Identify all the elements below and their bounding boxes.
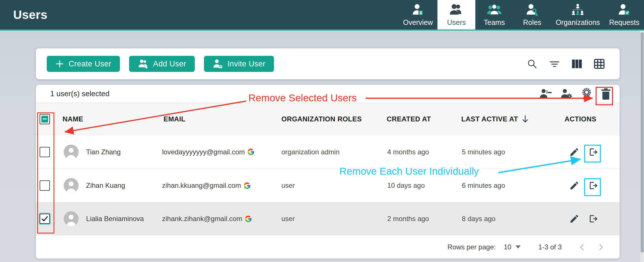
remove-user-icon[interactable] bbox=[587, 213, 598, 224]
column-header-created-at[interactable]: CREATED AT bbox=[384, 115, 459, 123]
person-key-icon bbox=[526, 3, 539, 16]
remove-user-icon[interactable] bbox=[587, 180, 598, 191]
selection-actions bbox=[539, 88, 612, 100]
table-row: Tian Zhang lovedayyyyyyy@gmail.com organ… bbox=[36, 135, 620, 169]
created-at: 10 days ago bbox=[384, 182, 459, 190]
column-header-label: LAST ACTIVE AT bbox=[461, 115, 518, 123]
user-email: zihan.kkuang@gmail.com bbox=[162, 182, 241, 190]
user-email: zihank.zihank@gmail.com bbox=[162, 215, 242, 223]
column-header-email[interactable]: EMAIL bbox=[159, 115, 280, 123]
select-all-checkbox[interactable] bbox=[40, 114, 50, 124]
edit-icon[interactable] bbox=[569, 147, 579, 157]
google-icon bbox=[244, 215, 252, 223]
tab-requests[interactable]: Requests bbox=[604, 0, 644, 29]
sort-desc-icon[interactable] bbox=[522, 115, 529, 123]
column-header-name[interactable]: NAME bbox=[54, 115, 159, 123]
column-header-actions: ACTIONS bbox=[562, 115, 620, 123]
org-role: user bbox=[280, 215, 384, 223]
filter-icon[interactable] bbox=[549, 58, 560, 69]
plus-icon bbox=[55, 60, 64, 68]
create-user-button[interactable]: Create User bbox=[47, 56, 120, 72]
tab-teams[interactable]: Teams bbox=[475, 0, 513, 29]
tab-users[interactable]: Users bbox=[437, 0, 475, 29]
last-active-at: 6 minutes ago bbox=[459, 182, 562, 190]
grid-icon[interactable] bbox=[594, 59, 605, 69]
person-add-icon bbox=[138, 59, 149, 69]
app-header: Users Overview Users Teams bbox=[0, 0, 644, 31]
edit-icon[interactable] bbox=[569, 180, 579, 191]
search-icon[interactable] bbox=[527, 58, 538, 69]
selection-bar: 1 user(s) selected bbox=[36, 85, 620, 103]
person-badge-icon bbox=[411, 3, 425, 16]
tab-label: Users bbox=[447, 18, 466, 27]
toolbar: Create User Add User Invite User bbox=[36, 48, 620, 79]
user-name: Zihan Kuang bbox=[86, 182, 125, 190]
person-settings-icon[interactable] bbox=[560, 88, 573, 100]
person-invite-icon bbox=[213, 59, 223, 69]
delete-icon[interactable] bbox=[600, 88, 612, 100]
tab-label: Roles bbox=[523, 18, 541, 27]
user-name: Tian Zhang bbox=[86, 148, 121, 156]
avatar bbox=[64, 178, 79, 193]
tab-label: Organizations bbox=[556, 18, 600, 27]
last-active-at: 8 days ago bbox=[459, 215, 562, 223]
button-label: Create User bbox=[69, 60, 111, 68]
users-table-card: 1 user(s) selected NAME bbox=[36, 85, 620, 259]
add-user-button[interactable]: Add User bbox=[129, 56, 195, 72]
scrollbar-thumb[interactable] bbox=[641, 32, 644, 253]
tab-roles[interactable]: Roles bbox=[513, 0, 551, 29]
rows-per-page-label: Rows per page: bbox=[448, 243, 496, 251]
invite-user-button[interactable]: Invite User bbox=[204, 56, 274, 72]
tab-organizations[interactable]: Organizations bbox=[551, 0, 604, 29]
selection-count-text: 1 user(s) selected bbox=[50, 89, 110, 98]
page: Users Overview Users Teams bbox=[0, 0, 644, 262]
person-remove-icon[interactable] bbox=[539, 88, 552, 100]
column-header-last-active[interactable]: LAST ACTIVE AT bbox=[459, 115, 562, 123]
remove-user-icon[interactable] bbox=[587, 147, 598, 157]
chevron-down-icon bbox=[515, 245, 521, 249]
person-check-icon bbox=[618, 3, 631, 16]
tab-label: Overview bbox=[403, 18, 433, 27]
tab-label: Requests bbox=[609, 18, 639, 27]
row-checkbox[interactable] bbox=[40, 147, 50, 157]
table-header-row: NAME EMAIL ORGANIZATION ROLES CREATED AT… bbox=[36, 103, 620, 135]
avatar bbox=[64, 145, 79, 159]
created-at: 4 months ago bbox=[384, 148, 459, 156]
table-footer: Rows per page: 10 1-3 of 3 bbox=[36, 235, 620, 259]
tab-overview[interactable]: Overview bbox=[398, 0, 437, 29]
button-label: Add User bbox=[153, 60, 186, 68]
org-chart-icon bbox=[571, 3, 585, 16]
google-icon bbox=[243, 182, 251, 190]
next-page-button[interactable] bbox=[597, 243, 605, 252]
google-icon bbox=[247, 148, 255, 156]
team-icon bbox=[487, 3, 501, 16]
tab-label: Teams bbox=[484, 18, 505, 27]
edit-icon[interactable] bbox=[569, 214, 579, 224]
user-name: Lialia Beniaminova bbox=[86, 215, 144, 223]
rows-per-page-select[interactable]: 10 bbox=[504, 243, 521, 251]
row-checkbox[interactable] bbox=[40, 214, 50, 224]
page-range-label: 1-3 of 3 bbox=[538, 243, 562, 251]
created-at: 2 months ago bbox=[384, 215, 459, 223]
user-email: lovedayyyyyyy@gmail.com bbox=[162, 148, 245, 156]
last-active-at: 5 minutes ago bbox=[459, 148, 562, 156]
table-row: Zihan Kuang zihan.kkuang@gmail.com user … bbox=[36, 169, 620, 202]
award-icon[interactable] bbox=[581, 88, 593, 100]
page-title: Users bbox=[13, 8, 47, 22]
columns-icon[interactable] bbox=[571, 59, 582, 69]
column-header-org-roles[interactable]: ORGANIZATION ROLES bbox=[280, 115, 384, 123]
rows-per-page-value: 10 bbox=[504, 243, 511, 251]
avatar bbox=[64, 211, 79, 226]
prev-page-button[interactable] bbox=[578, 243, 586, 252]
people-icon bbox=[450, 3, 463, 16]
org-role: user bbox=[280, 182, 384, 190]
button-label: Invite User bbox=[227, 60, 265, 68]
row-checkbox[interactable] bbox=[40, 180, 50, 191]
top-nav: Overview Users Teams Roles bbox=[398, 0, 644, 29]
toolbar-right-icons bbox=[527, 58, 609, 69]
table-row: Lialia Beniaminova zihank.zihank@gmail.c… bbox=[36, 202, 620, 235]
org-role: organization admin bbox=[280, 148, 384, 156]
